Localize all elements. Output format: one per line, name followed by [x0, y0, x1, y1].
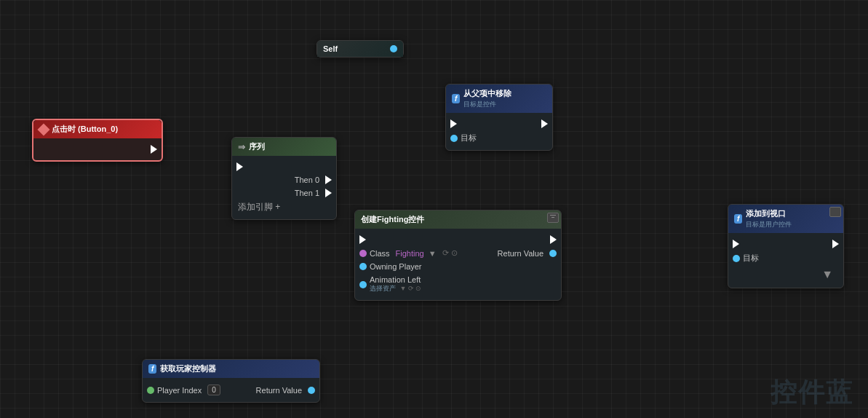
- seq-exec-row: [232, 160, 336, 173]
- down-arrow-icon: ▼: [821, 268, 839, 281]
- event-node-body: [33, 138, 162, 160]
- remove-exec-in: [450, 119, 457, 128]
- then0-pin: [325, 176, 332, 184]
- create-body: Class Fighting ▼ ⟳ ⊙ Return Value Owning…: [355, 229, 561, 300]
- owning-player-left: Owning Player: [359, 262, 422, 271]
- event-exec-row: [33, 143, 162, 156]
- viewport-target-label: 目标: [743, 253, 759, 264]
- viewport-node-header: f 添加到视口 目标是用户控件: [728, 205, 843, 233]
- viewport-exec-out-pin: [832, 240, 839, 248]
- seq-exec-in: [236, 162, 243, 171]
- player-index-value-box: 0: [207, 385, 220, 395]
- class-value: Fighting: [396, 249, 424, 258]
- select-asset-label: 选择资产: [370, 285, 396, 292]
- exec-in-pin: [236, 162, 243, 171]
- create-header-container: 创建Fighting控件: [355, 210, 561, 229]
- self-node[interactable]: Self: [316, 40, 404, 58]
- then1-pin: [325, 189, 332, 197]
- create-node-header: 创建Fighting控件: [355, 210, 561, 229]
- class-arrow: ▼: [429, 249, 437, 258]
- screen-line: [550, 215, 556, 216]
- viewport-target-pin: [733, 255, 740, 262]
- viewport-target-row: 目标: [728, 251, 843, 266]
- then1-row: Then 1: [232, 186, 336, 200]
- select-asset-row: 选择资产 ▼ ⟳ ⊙: [370, 284, 421, 293]
- viewport-exec-in-pin: [733, 240, 739, 248]
- event-node[interactable]: 点击时 (Button_0): [32, 119, 163, 162]
- controller-node-header: f 获取玩家控制器: [143, 360, 319, 378]
- owning-player-label: Owning Player: [370, 262, 422, 271]
- viewport-target-left: 目标: [733, 253, 759, 264]
- diamond-icon: [38, 123, 50, 135]
- sequence-node-title: 序列: [249, 141, 265, 152]
- create-fighting-node[interactable]: 创建Fighting控件 Class Fighting ▼ ⟳ ⊙: [354, 210, 562, 301]
- then1-label: Then 1: [295, 189, 319, 197]
- then1-right: Then 1: [295, 189, 332, 197]
- controller-body: Player Index 0 Return Value: [143, 378, 319, 402]
- remove-target-left: 目标: [450, 133, 477, 143]
- viewport-extra-row: ▼: [728, 266, 843, 283]
- viewport-node-titles: 添加到视口 目标是用户控件: [746, 208, 792, 229]
- return-value-pin: [549, 250, 557, 257]
- animation-pin: [359, 281, 367, 288]
- create-class-row: Class Fighting ▼ ⟳ ⊙ Return Value: [355, 246, 561, 260]
- animation-left-col: Animation Left 选择资产 ▼ ⟳ ⊙: [359, 275, 421, 293]
- viewport-body: 目标 ▼: [728, 233, 843, 288]
- player-index-label: Player Index: [157, 386, 202, 395]
- function-icon: f: [452, 94, 460, 103]
- then0-row: Then 0: [232, 173, 336, 186]
- class-icons: ⟳ ⊙: [442, 248, 458, 258]
- controller-node-title: 获取玩家控制器: [160, 363, 216, 374]
- create-class-left: Class Fighting ▼ ⟳ ⊙: [359, 248, 458, 258]
- remove-node-header: f 从父项中移除 目标是控件: [446, 84, 552, 113]
- animation-label: Animation Left: [370, 275, 421, 284]
- sequence-icon: ⇒: [238, 142, 245, 152]
- controller-function-icon: f: [148, 364, 156, 374]
- viewport-exec-out: [832, 240, 839, 248]
- owning-player-pin: [359, 263, 367, 270]
- viewport-exec-row: [728, 237, 843, 251]
- viewport-node-title: 添加到视口: [746, 208, 792, 219]
- remove-target-row: 目标: [446, 130, 552, 146]
- screen-line2: [552, 217, 554, 218]
- remove-body: 目标: [446, 113, 552, 150]
- sequence-node-header: ⇒ 序列: [232, 138, 336, 156]
- watermark-text: 控件蓝: [771, 375, 853, 411]
- add-to-viewport-node[interactable]: f 添加到视口 目标是用户控件 目标 ▼: [728, 204, 844, 288]
- remove-target-label: 目标: [461, 133, 477, 143]
- screen-icon: [547, 213, 559, 223]
- animation-row: Animation Left 选择资产 ▼ ⟳ ⊙: [355, 273, 561, 296]
- animation-labels: Animation Left 选择资产 ▼ ⟳ ⊙: [370, 275, 421, 293]
- controller-return-right: Return Value: [256, 386, 315, 395]
- controller-return-pin: [308, 387, 315, 394]
- controller-pins-row: Player Index 0 Return Value: [143, 382, 319, 398]
- sequence-body: Then 0 Then 1 添加引脚 +: [232, 156, 336, 219]
- remove-exec-out-pin: [541, 119, 548, 128]
- remove-exec-out: [541, 119, 548, 128]
- return-value-label: Return Value: [498, 249, 544, 258]
- viewport-node-subtitle: 目标是用户控件: [746, 220, 792, 229]
- exec-right: [151, 145, 157, 154]
- self-node-header: Self: [317, 41, 403, 57]
- remove-node-titles: 从父项中移除 目标是控件: [463, 88, 511, 109]
- self-node-title: Self: [323, 44, 338, 53]
- select-asset-icons: ▼ ⟳ ⊙: [400, 285, 422, 292]
- remove-exec-row: [446, 117, 552, 130]
- player-index-pin: [147, 387, 154, 394]
- self-pin-right: [390, 45, 397, 52]
- class-pin: [359, 250, 367, 257]
- remove-exec-in-pin: [450, 119, 457, 128]
- viewport-screen-icon: [829, 207, 841, 217]
- remove-node-title: 从父项中移除: [463, 88, 511, 99]
- viewport-function-icon: f: [734, 214, 742, 224]
- event-node-header: 点击时 (Button_0): [33, 120, 162, 138]
- viewport-exec-in: [733, 240, 739, 248]
- get-player-controller-node[interactable]: f 获取玩家控制器 Player Index 0 Return Value: [142, 359, 320, 403]
- remove-parent-node[interactable]: f 从父项中移除 目标是控件 目标: [445, 84, 553, 151]
- create-exec-row: [355, 233, 561, 246]
- create-exec-in-pin: [359, 235, 366, 244]
- add-pin-button[interactable]: 添加引脚 +: [232, 200, 336, 215]
- create-exec-in: [359, 235, 366, 244]
- sequence-node[interactable]: ⇒ 序列 Then 0 Then 1 添加引脚 +: [231, 137, 337, 220]
- then0-label: Then 0: [295, 176, 319, 184]
